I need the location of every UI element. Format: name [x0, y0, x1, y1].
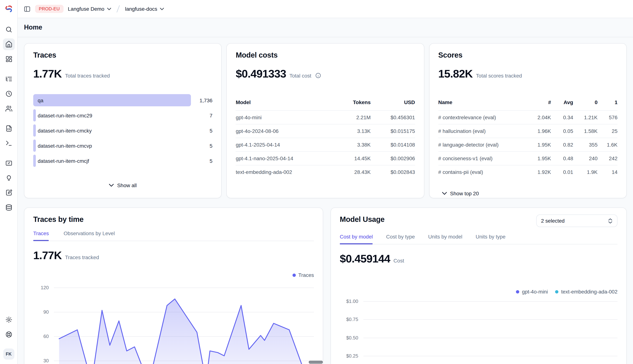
search-icon	[5, 26, 12, 33]
app-viewport: FK PROD-EU Langfuse Demo langfuse-docs H…	[0, 0, 633, 364]
trace-bar-row[interactable]: dataset-run-item-cmcjf 5	[33, 155, 213, 167]
legend-label-text-embedding: text-embedding-ada-002	[561, 289, 617, 294]
tab-units-by-model[interactable]: Units by model	[428, 234, 462, 244]
dashboard-content: Traces 1.77K Total traces tracked qa 1,7…	[18, 37, 633, 364]
traces-card: Traces 1.77K Total traces tracked qa 1,7…	[24, 43, 222, 198]
traces-tracked-label: Traces tracked	[65, 254, 99, 260]
model-select[interactable]: 2 selected	[536, 214, 617, 227]
traces-bar-list: qa 1,736 dataset-run-item-cmc29 7 datase…	[33, 94, 213, 167]
top-bar: PROD-EU Langfuse Demo langfuse-docs	[18, 0, 633, 18]
traces-tracked-value: 1.77K	[33, 249, 62, 262]
user-avatar[interactable]: FK	[3, 348, 14, 360]
model-usage-tabs: Cost by model Cost by type Units by mode…	[340, 234, 617, 244]
scores-card-title: Scores	[438, 51, 617, 60]
table-row[interactable]: gpt-4.1-2025-04-143.38K$0.014108	[236, 138, 415, 151]
trace-bar-label: qa	[38, 97, 44, 103]
sidebar-item-playground[interactable]	[3, 137, 15, 149]
y-tick-label: $1.00	[341, 298, 358, 304]
info-icon[interactable]	[315, 73, 321, 80]
percent-card-icon	[5, 160, 12, 167]
database-icon	[5, 204, 12, 211]
legend-label-gpt-4o-mini: gpt-4o-mini	[522, 289, 548, 294]
sidebar-item-settings[interactable]	[3, 314, 15, 326]
chart-legend: gpt-4o-mini text-embedding-ada-002	[340, 289, 617, 294]
sidebar-item-insights[interactable]	[3, 172, 15, 184]
trace-bar-label: dataset-run-item-cmcvp	[38, 143, 92, 148]
table-row[interactable]: gpt-4.1-nano-2025-04-1414.45K$0.002906	[236, 151, 415, 165]
sidebar-item-search[interactable]	[3, 24, 15, 36]
home-icon	[5, 40, 12, 48]
langfuse-logo-icon[interactable]	[3, 3, 15, 15]
scores-total-value: 15.82K	[438, 68, 472, 80]
table-row[interactable]: gpt-4o-2024-08-063.13K$0.015175	[236, 124, 415, 138]
model-usage-title: Model Usage	[340, 215, 384, 224]
trace-bar	[33, 124, 36, 136]
tab-traces[interactable]: Traces	[33, 230, 49, 241]
sidebar-item-dashboards[interactable]	[3, 53, 15, 65]
sidebar-toggle-button[interactable]	[24, 5, 31, 12]
trace-bar-row[interactable]: dataset-run-item-cmcvp 5	[33, 140, 213, 152]
horizontal-scrollbar-thumb[interactable]	[309, 361, 323, 364]
show-all-button[interactable]: Show all	[105, 180, 140, 190]
model-costs-card: Model costs $0.491333 Total cost Model T…	[227, 43, 424, 198]
legend-dot-text-embedding	[555, 290, 558, 293]
breadcrumb-separator	[115, 5, 121, 13]
table-row[interactable]: # contains-pii (eval)1.92K0.011.9K14	[438, 165, 617, 179]
y-tick-label: $0.50	[341, 335, 358, 340]
y-tick-label: $0.25	[341, 353, 358, 359]
sidebar-item-prompts[interactable]	[3, 122, 15, 134]
table-row[interactable]: # language-detector (eval)1.95K0.823551.…	[438, 138, 617, 151]
tab-cost-by-model[interactable]: Cost by model	[340, 234, 373, 244]
chevron-down-icon	[160, 8, 164, 10]
show-top-20-button[interactable]: Show top 20	[438, 188, 482, 198]
gridline	[363, 338, 617, 338]
sidebar-item-home[interactable]	[3, 38, 15, 50]
trace-bar	[33, 155, 36, 167]
gridline	[363, 301, 617, 302]
legend-dot-gpt-4o-mini	[516, 290, 519, 293]
sidebar-item-datasets[interactable]	[3, 202, 15, 214]
model-costs-table: Model Tokens USD gpt-4o-mini2.21M$0.4563…	[236, 99, 415, 179]
list-tree-icon	[5, 75, 12, 83]
table-row[interactable]: # contextrelevance (eval)2.04K0.341.21K5…	[438, 110, 617, 124]
trace-bar-row[interactable]: qa 1,736	[33, 94, 213, 106]
tab-observations-by-level[interactable]: Observations by Level	[64, 230, 115, 241]
org-name: Langfuse Demo	[68, 6, 105, 12]
sidebar-bottom: FK	[3, 314, 15, 360]
trace-bar-row[interactable]: dataset-run-item-cmc29 7	[33, 109, 213, 122]
tab-cost-by-type[interactable]: Cost by type	[386, 234, 415, 244]
table-row[interactable]: # conciseness-v1 (eval)1.95K0.48240242	[438, 151, 617, 165]
table-row[interactable]: # hallucination (eval)1.96K0.051.58K25	[438, 124, 617, 138]
panel-left-icon	[24, 5, 31, 12]
scores-card: Scores 15.82K Total scores tracked Name …	[429, 43, 627, 198]
file-code-icon	[5, 125, 12, 132]
sidebar-item-evaluation[interactable]	[3, 157, 15, 169]
chevron-down-icon	[107, 8, 111, 10]
table-row[interactable]: gpt-4o-mini2.21M$0.456301	[236, 110, 415, 124]
model-usage-chart: gpt-4o-mini text-embedding-ada-002 $1.00…	[340, 289, 617, 364]
scores-table: Name # Avg 0 1 # contextrelevance (eval)…	[438, 99, 617, 179]
show-top-20-label: Show top 20	[450, 190, 479, 196]
model-usage-plot: $1.00 $0.75 $0.50 $0.25	[363, 298, 617, 364]
gear-icon	[5, 316, 12, 324]
sidebar-item-users[interactable]	[3, 103, 15, 114]
sidebar-item-support[interactable]	[3, 328, 15, 340]
tab-units-by-type[interactable]: Units by type	[476, 234, 506, 244]
sidebar-item-sessions[interactable]	[3, 88, 15, 100]
dashboard-grid-icon	[5, 56, 12, 63]
trace-bar	[33, 140, 36, 152]
traces-by-time-card: Traces by time Traces Observations by Le…	[24, 208, 323, 364]
table-header: Model Tokens USD	[236, 99, 415, 110]
org-switcher[interactable]: Langfuse Demo	[68, 6, 111, 12]
project-switcher[interactable]: langfuse-docs	[125, 6, 164, 12]
sidebar-item-annotation[interactable]	[3, 187, 15, 198]
chart-legend: Traces	[33, 272, 314, 278]
scores-total-label: Total scores tracked	[476, 73, 522, 79]
table-row[interactable]: text-embedding-ada-00228.43K$0.002843	[236, 165, 415, 179]
trace-bar-row[interactable]: dataset-run-item-cmcky 5	[33, 124, 213, 136]
total-cost-value: $0.491333	[236, 68, 286, 80]
trace-bar-label: dataset-run-item-cmc29	[38, 112, 92, 118]
sidebar-item-tracing[interactable]	[3, 73, 15, 85]
gridline	[363, 319, 617, 320]
traces-by-time-tabs: Traces Observations by Level	[33, 230, 314, 241]
